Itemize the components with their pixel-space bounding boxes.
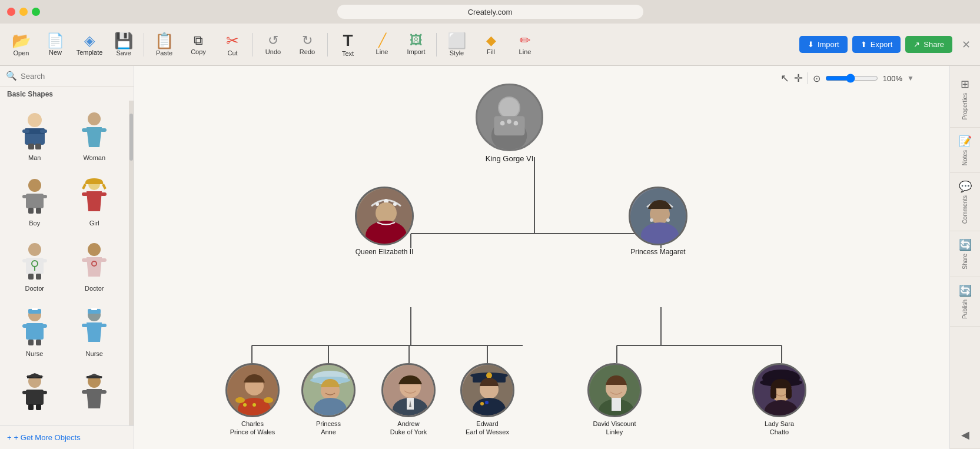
queen-label: Queen Elizabeth II [356,248,414,256]
node-andrew[interactable]: AndrewDuke of York [381,363,436,437]
maximize-button[interactable] [32,8,40,16]
import-button[interactable]: ⬇ Import [799,36,848,53]
charles-photo [225,363,280,417]
properties-tab[interactable]: ⊞ Properties [950,71,981,128]
svg-point-112 [248,403,251,407]
publish-tab[interactable]: 🔄 Publish [950,277,981,327]
shape-boy[interactable]: Boy [5,168,65,234]
copy-button[interactable]: ⧉ Copy [182,27,215,62]
svg-rect-38 [22,324,29,328]
copy-label: Copy [191,48,206,55]
undo-button[interactable]: ↺ Undo [257,27,290,62]
save-button[interactable]: 💾 Save [107,27,140,62]
shape-nurse-male[interactable]: Nurse [5,300,65,365]
man-shape-svg [14,111,55,152]
style-button[interactable]: ⬜ Style [440,27,473,62]
main-layout: 🔍 Basic Shapes Man [0,66,980,449]
line-button[interactable]: ╱ Line [366,27,398,62]
shape-man[interactable]: Man [5,103,65,168]
shape-woman[interactable]: Woman [65,103,125,168]
shape-doctor-female[interactable]: Doctor [65,234,125,299]
svg-point-95 [393,202,397,206]
svg-point-11 [28,179,41,192]
king-svg [477,84,542,151]
svg-rect-36 [32,308,38,310]
svg-rect-14 [41,195,47,198]
king-label: King Gorge VI [486,154,534,163]
node-king[interactable]: King Gorge VI [476,84,543,163]
node-edward[interactable]: EdwardEarl of Wessex [460,363,514,437]
shape-girl[interactable]: Girl [65,168,125,234]
node-anne[interactable]: PrincessAnne [301,363,356,437]
properties-label: Properties [962,93,968,120]
share-button[interactable]: ↗ Share [905,36,952,53]
notes-icon: 📝 [959,135,972,148]
publish-icon: 🔄 [959,284,972,297]
andrew-svg [383,365,436,417]
paste-button[interactable]: 📋 Paste [148,27,181,62]
svg-rect-61 [100,390,107,394]
get-more-plus-icon: + [7,433,12,442]
redo-label: Redo [300,48,315,55]
sidebar-scrollbar[interactable] [129,101,134,425]
sidebar-scroll-thumb[interactable] [129,114,133,161]
url-bar[interactable]: Creately.com [337,5,643,19]
shape-grad-female[interactable] [65,365,125,423]
toolbar: 📂 Open 📄 New ◈ Template 💾 Save 📋 Paste ⧉… [0,24,980,66]
svg-rect-4 [40,129,47,133]
node-charles[interactable]: CharlesPrince of Wales [225,363,280,437]
zoom-slider[interactable] [825,74,878,83]
svg-marker-59 [87,389,102,408]
notes-tab[interactable]: 📝 Notes [950,128,981,173]
new-button[interactable]: 📄 New [39,27,72,62]
collapse-panel-button[interactable]: ◀ [950,421,981,449]
minimize-button[interactable] [19,8,28,16]
svg-rect-141 [786,387,792,399]
line2-button[interactable]: ✏ Line [509,27,542,62]
import-tool-icon: 🖼 [410,34,423,47]
fill-icon: ◆ [486,34,496,47]
node-sara[interactable]: Lady SaraChatto [752,363,806,437]
svg-rect-47 [100,324,107,327]
nurse-female-svg [74,307,115,348]
share-icon: 🔄 [959,238,972,251]
shape-doctor-male[interactable]: Doctor [5,234,65,299]
share-tab[interactable]: 🔄 Share [950,231,981,277]
fill-button[interactable]: ◆ Fill [474,27,507,62]
close-chat-button[interactable]: ✕ [962,38,971,51]
node-david[interactable]: David ViscountLinley [587,363,642,437]
svg-point-90 [507,119,511,124]
import-tool-button[interactable]: 🖼 Import [400,27,433,62]
pan-tool-icon[interactable]: ✛ [794,72,803,85]
text-button[interactable]: T Text [331,27,364,62]
comments-tab[interactable]: 💬 Comments [950,173,981,231]
search-input[interactable] [21,72,128,81]
close-button[interactable] [7,8,15,16]
export-button[interactable]: ⬆ Export [852,36,901,53]
line2-label: Line [519,48,531,55]
open-button[interactable]: 📂 Open [5,27,38,62]
shape-grad-male[interactable] [5,365,65,423]
export-label: Export [871,40,893,49]
redo-button[interactable]: ↻ Redo [291,27,324,62]
publish-label: Publish [962,300,968,319]
svg-rect-140 [770,387,776,399]
canvas-area[interactable]: ↖ ✛ ⊙ 100% ▼ [134,66,949,449]
cut-button[interactable]: ✂ Cut [216,27,249,62]
nurse-male-label: Nurse [26,350,43,357]
save-icon: 💾 [114,33,133,48]
get-more-objects-button[interactable]: + + Get More Objects [0,425,134,449]
svg-point-87 [499,98,519,118]
node-queen[interactable]: Queen Elizabeth II [355,187,414,256]
grad-male-svg [14,372,55,413]
template-button[interactable]: ◈ Template [73,27,106,62]
node-margaret[interactable]: Princess Magaret [629,187,687,256]
anne-svg [303,365,356,417]
nurse-female-label: Nurse [86,350,103,357]
toolbar-sep-3 [327,33,328,56]
shape-nurse-female[interactable]: Nurse [65,300,125,365]
cursor-tool-icon[interactable]: ↖ [780,72,789,85]
svg-rect-16 [36,208,41,214]
svg-rect-135 [612,398,621,411]
zoom-dropdown-icon[interactable]: ▼ [907,74,914,82]
